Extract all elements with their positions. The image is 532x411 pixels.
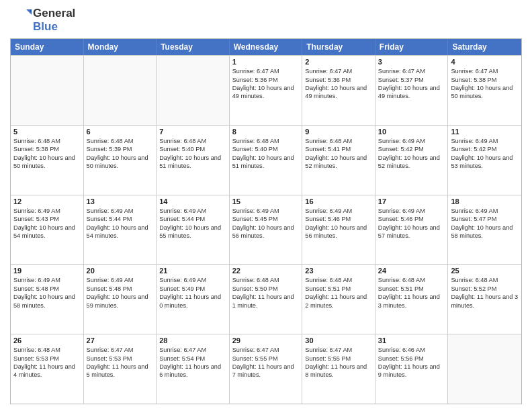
daylight-line: Daylight: 10 hours and 51 minutes. (159, 154, 226, 171)
week-row-3: 12 Sunrise: 6:49 AM Sunset: 5:43 PM Dayl… (11, 195, 521, 265)
day-cell-20: 20 Sunrise: 6:49 AM Sunset: 5:48 PM Dayl… (84, 265, 157, 334)
empty-cell-w0-0 (11, 56, 84, 125)
day-cell-6: 6 Sunrise: 6:48 AM Sunset: 5:39 PM Dayli… (84, 126, 157, 195)
daylight-line: Daylight: 10 hours and 49 minutes. (305, 84, 372, 101)
logo-general-text: General (33, 7, 75, 20)
day-cell-31: 31 Sunrise: 6:46 AM Sunset: 5:56 PM Dayl… (375, 334, 449, 404)
sunrise-line: Sunrise: 6:47 AM (159, 346, 226, 354)
header: General Blue (10, 7, 522, 33)
week-row-1: 1 Sunrise: 6:47 AM Sunset: 5:36 PM Dayli… (11, 55, 521, 125)
sunrise-line: Sunrise: 6:48 AM (159, 137, 226, 145)
sunset-line: Sunset: 5:54 PM (159, 355, 226, 363)
sunrise-line: Sunrise: 6:49 AM (159, 207, 226, 215)
day-cell-29: 29 Sunrise: 6:47 AM Sunset: 5:55 PM Dayl… (230, 334, 303, 404)
sunrise-line: Sunrise: 6:49 AM (378, 137, 445, 145)
logo: General Blue (10, 7, 75, 33)
page: General Blue SundayMondayTuesdayWednesda… (0, 0, 532, 411)
day-number: 10 (378, 128, 445, 136)
sunset-line: Sunset: 5:39 PM (87, 145, 154, 153)
daylight-line: Daylight: 10 hours and 54 minutes. (13, 224, 81, 240)
sunrise-line: Sunrise: 6:47 AM (232, 346, 300, 354)
day-number: 31 (378, 336, 445, 345)
sunset-line: Sunset: 5:51 PM (378, 285, 445, 293)
sunset-line: Sunset: 5:49 PM (159, 285, 226, 293)
sunrise-line: Sunrise: 6:48 AM (305, 276, 372, 284)
day-cell-3: 3 Sunrise: 6:47 AM Sunset: 5:37 PM Dayli… (375, 56, 449, 125)
week-row-5: 26 Sunrise: 6:48 AM Sunset: 5:53 PM Dayl… (11, 334, 521, 404)
day-number: 28 (159, 336, 226, 345)
sunset-line: Sunset: 5:38 PM (13, 145, 81, 153)
sunset-line: Sunset: 5:50 PM (232, 285, 300, 293)
day-number: 19 (13, 267, 81, 275)
daylight-line: Daylight: 11 hours and 4 minutes. (13, 363, 81, 379)
daylight-line: Daylight: 11 hours and 0 minutes. (159, 293, 226, 310)
daylight-line: Daylight: 10 hours and 54 minutes. (87, 224, 154, 240)
daylight-line: Daylight: 10 hours and 56 minutes. (305, 224, 372, 240)
day-number: 12 (13, 197, 81, 205)
day-number: 23 (305, 267, 372, 275)
sunrise-line: Sunrise: 6:48 AM (13, 137, 81, 145)
sunrise-line: Sunrise: 6:48 AM (232, 137, 300, 145)
header-day-wednesday: Wednesday (230, 39, 303, 55)
daylight-line: Daylight: 10 hours and 50 minutes. (87, 154, 154, 171)
day-number: 7 (159, 128, 226, 136)
sunset-line: Sunset: 5:40 PM (159, 145, 226, 153)
logo-blue-text: Blue (33, 20, 75, 34)
sunrise-line: Sunrise: 6:49 AM (13, 207, 81, 215)
sunrise-line: Sunrise: 6:48 AM (305, 137, 372, 145)
header-day-monday: Monday (84, 39, 157, 55)
sunset-line: Sunset: 5:51 PM (305, 285, 372, 293)
sunrise-line: Sunrise: 6:47 AM (378, 67, 445, 75)
sunrise-line: Sunrise: 6:49 AM (87, 276, 154, 284)
day-cell-10: 10 Sunrise: 6:49 AM Sunset: 5:42 PM Dayl… (375, 126, 449, 195)
sunrise-line: Sunrise: 6:49 AM (451, 137, 519, 145)
sunrise-line: Sunrise: 6:47 AM (451, 67, 519, 75)
day-number: 24 (378, 267, 445, 275)
day-number: 17 (378, 197, 445, 205)
sunset-line: Sunset: 5:56 PM (378, 355, 445, 363)
daylight-line: Daylight: 11 hours and 3 minutes. (451, 293, 519, 310)
daylight-line: Daylight: 10 hours and 49 minutes. (378, 84, 445, 101)
daylight-line: Daylight: 10 hours and 52 minutes. (305, 154, 372, 171)
sunrise-line: Sunrise: 6:49 AM (451, 207, 519, 215)
daylight-line: Daylight: 10 hours and 58 minutes. (13, 293, 81, 310)
day-number: 18 (451, 197, 519, 205)
daylight-line: Daylight: 11 hours and 1 minute. (232, 293, 300, 310)
sunrise-line: Sunrise: 6:47 AM (305, 67, 372, 75)
sunset-line: Sunset: 5:44 PM (87, 215, 154, 223)
day-cell-28: 28 Sunrise: 6:47 AM Sunset: 5:54 PM Dayl… (157, 334, 230, 404)
logo-svg (10, 7, 32, 31)
sunset-line: Sunset: 5:55 PM (232, 355, 300, 363)
day-cell-15: 15 Sunrise: 6:49 AM Sunset: 5:45 PM Dayl… (230, 195, 303, 265)
header-day-saturday: Saturday (448, 39, 521, 55)
sunrise-line: Sunrise: 6:49 AM (159, 276, 226, 284)
daylight-line: Daylight: 11 hours and 8 minutes. (305, 363, 372, 379)
sunset-line: Sunset: 5:55 PM (305, 355, 372, 363)
day-cell-16: 16 Sunrise: 6:49 AM Sunset: 5:46 PM Dayl… (302, 195, 375, 265)
header-day-sunday: Sunday (11, 39, 84, 55)
day-cell-14: 14 Sunrise: 6:49 AM Sunset: 5:44 PM Dayl… (157, 195, 230, 265)
day-cell-5: 5 Sunrise: 6:48 AM Sunset: 5:38 PM Dayli… (11, 126, 84, 195)
day-number: 26 (13, 336, 81, 345)
day-number: 25 (451, 267, 519, 275)
sunset-line: Sunset: 5:53 PM (13, 355, 81, 363)
header-day-tuesday: Tuesday (157, 39, 230, 55)
calendar: SundayMondayTuesdayWednesdayThursdayFrid… (10, 38, 522, 404)
sunset-line: Sunset: 5:36 PM (305, 76, 372, 84)
sunset-line: Sunset: 5:41 PM (305, 145, 372, 153)
daylight-line: Daylight: 10 hours and 59 minutes. (87, 293, 154, 310)
day-cell-24: 24 Sunrise: 6:48 AM Sunset: 5:51 PM Dayl… (375, 265, 449, 334)
week-row-2: 5 Sunrise: 6:48 AM Sunset: 5:38 PM Dayli… (11, 125, 521, 195)
day-number: 1 (232, 58, 300, 66)
day-number: 16 (305, 197, 372, 205)
day-cell-30: 30 Sunrise: 6:47 AM Sunset: 5:55 PM Dayl… (302, 334, 375, 404)
sunset-line: Sunset: 5:44 PM (159, 215, 226, 223)
calendar-body: 1 Sunrise: 6:47 AM Sunset: 5:36 PM Dayli… (11, 55, 521, 404)
sunrise-line: Sunrise: 6:49 AM (305, 207, 372, 215)
day-cell-26: 26 Sunrise: 6:48 AM Sunset: 5:53 PM Dayl… (11, 334, 84, 404)
day-number: 2 (305, 58, 372, 66)
daylight-line: Daylight: 10 hours and 50 minutes. (451, 84, 519, 101)
sunset-line: Sunset: 5:40 PM (232, 145, 300, 153)
daylight-line: Daylight: 11 hours and 7 minutes. (232, 363, 300, 379)
day-number: 22 (232, 267, 300, 275)
